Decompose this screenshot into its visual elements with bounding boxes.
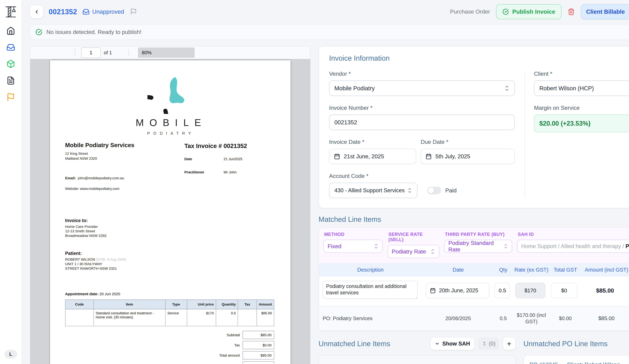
invoice-number-label: Invoice Number * [329, 105, 515, 111]
appointment-label: Appointment date: [65, 292, 99, 296]
gst-input[interactable] [551, 283, 577, 298]
content-row: of 1 80% MOBILE PODIATRY [22, 40, 629, 364]
col-header-qty: Qty [493, 267, 514, 273]
service-rate-select[interactable]: Podiatry Rate [388, 245, 439, 258]
col-header-description: Description [323, 267, 423, 273]
invoice-number-input[interactable] [329, 115, 515, 130]
status-label: Unapproved [92, 8, 124, 15]
col-header-date: Date [423, 267, 493, 273]
add-line-item-button[interactable]: + [503, 337, 515, 350]
chevron-updown-icon [504, 85, 509, 91]
doc-cell-tax [238, 309, 257, 326]
doc-cell-amount: $85.00 [257, 309, 274, 326]
account-code-select[interactable]: 430 - Allied Support Services [329, 183, 417, 198]
calendar-icon [334, 153, 340, 159]
chevron-updown-icon [504, 243, 508, 249]
doc-type-label: Purchase Order [450, 8, 490, 15]
merge-count-button[interactable]: (0) [478, 337, 499, 350]
patient-address-line: STREET RAWORTH NSW 2321 [65, 266, 274, 271]
third-party-rate-value: Podiatry Standard Rate [448, 240, 500, 253]
sidebar-item-flags[interactable] [6, 93, 15, 102]
doc-cell-code [65, 309, 94, 326]
doc-total-value: $85.00 [243, 351, 274, 360]
description-textarea[interactable]: Podiatry consultation and additional tra… [323, 281, 418, 299]
calendar-icon [426, 153, 432, 159]
method-value: Fixed [327, 243, 341, 249]
calendar-icon [430, 288, 436, 293]
doc-total-label: Outstanding balance [207, 364, 242, 364]
patient-address-line: UNIT 1 / 30 RAILYWAY [65, 262, 274, 266]
logo-word: MOBILE [132, 117, 207, 128]
pdf-page-count: of 1 [104, 50, 112, 55]
vendor-block: Mobile Podiatry Services 12 King Street … [65, 142, 184, 191]
patient-dob: (DOB: 9 Aug 1940) [96, 257, 127, 261]
vendor-label: Vendor * [329, 71, 515, 77]
invoice-date-value: 21st June, 2025 [344, 153, 384, 160]
tax-invoice-title: Tax Invoice # 0021352 [184, 142, 274, 149]
email-label: Email: [65, 176, 76, 180]
line-date-input[interactable]: 20th June, 2025 [426, 283, 489, 298]
client-value: Robert Wilson (HCP) [539, 85, 594, 92]
app-logo-crane-icon [4, 4, 17, 18]
delete-invoice-button[interactable] [568, 8, 575, 15]
flag-icon[interactable] [130, 8, 137, 15]
right-panel: Invoice Information Vendor * Mobile Podi… [318, 46, 629, 364]
show-sah-button[interactable]: Show SAH [430, 337, 474, 350]
sah-id-value: Home Support / Allied health and therapy… [521, 243, 629, 249]
website-label: Website: [65, 187, 79, 191]
check-circle-icon [35, 29, 42, 35]
third-party-rate-select[interactable]: Podiatry Standard Rate [444, 240, 512, 253]
invoice-meta-row: Practitioner Mr John [184, 170, 274, 174]
invoice-items-table: Code Item Type Unit price Quantity Tax A… [65, 299, 274, 326]
doc-cell-unit-price: $170 [187, 309, 216, 326]
account-code-value: 430 - Allied Support Services [334, 187, 405, 194]
qty-input[interactable] [494, 283, 510, 298]
sah-id-select[interactable]: Home Support / Allied health and therapy… [517, 240, 629, 253]
doc-col-header: Quantity [216, 300, 238, 309]
trash-icon [568, 8, 575, 15]
rate-input[interactable] [515, 283, 545, 298]
top-bar: 0021352 Unapproved Purchase Order Publis… [22, 0, 629, 23]
sidebar-item-documents[interactable] [6, 76, 15, 85]
paid-toggle-group[interactable]: Paid [427, 187, 457, 194]
vendor-name: Mobile Podiatry Services [65, 142, 184, 148]
doc-total-label: Total amount [219, 353, 242, 358]
client-select[interactable]: Robert Wilson (HCP) [534, 81, 629, 96]
third-party-rate-label: THIRD PARTY RATE (BUY) [445, 232, 512, 237]
due-date-input[interactable]: 5th July, 2025 [421, 149, 515, 164]
vendor-select[interactable]: Mobile Podiatry [329, 81, 515, 96]
merge-count-label: (0) [489, 341, 495, 347]
client-billable-toggle-group[interactable]: Client Billable [581, 4, 629, 19]
appointment-value: 20 Jun 2025 [100, 292, 120, 296]
publish-invoice-button[interactable]: Publish Invoice [496, 4, 562, 19]
matched-line-items-title: Matched Line Items [318, 215, 629, 224]
invoice-to-line: Home Care Provider [65, 224, 274, 229]
sidebar-item-inbox[interactable] [6, 43, 15, 52]
unmatched-po-section: Unmatched PO Line Items Refresh PO PO #1… [523, 337, 629, 364]
pdf-viewer[interactable]: MOBILE PODIATRY Mobile Podiatry Services… [30, 59, 311, 364]
logo-subtitle: PODIATRY [132, 131, 207, 136]
pdf-zoom-select[interactable]: 80% [138, 48, 195, 58]
meta-value: 21 Jun2025 [224, 157, 242, 161]
matched-line-item-row: Podiatry consultation and additional tra… [319, 277, 629, 306]
meta-label: Practitioner [184, 170, 224, 174]
back-button[interactable] [30, 5, 43, 18]
patient-block: Patient: ROBERT WILSON (DOB: 9 Aug 1940)… [65, 251, 274, 271]
client-label: Client * [534, 71, 629, 77]
paid-switch[interactable] [427, 187, 441, 194]
doc-cell-quantity: 0.5 [216, 309, 238, 326]
sidebar-item-packages[interactable] [6, 60, 15, 68]
pdf-page-input[interactable] [81, 47, 101, 58]
po-row-amount: $85.00 [582, 315, 629, 321]
po-row-gst: $0.00 [549, 315, 582, 322]
avatar[interactable]: L [4, 350, 17, 359]
sidebar-item-home[interactable] [6, 26, 15, 35]
invoice-date-input[interactable]: 21st June, 2025 [329, 149, 416, 164]
email-value: john@mobilepodiatry.com.au [78, 176, 124, 180]
doc-total-row: Subtotal $85.00 [65, 331, 274, 339]
alert-message: No issues detected. Ready to publish! [46, 29, 141, 35]
matched-po-row: PO: Podiatry Services 20/06/2025 0.5 $17… [319, 306, 629, 330]
status-unapproved[interactable]: Unapproved [82, 8, 124, 15]
vendor-website: Website: www.mobilepodiatry.com [65, 187, 184, 191]
method-select[interactable]: Fixed [323, 240, 383, 253]
